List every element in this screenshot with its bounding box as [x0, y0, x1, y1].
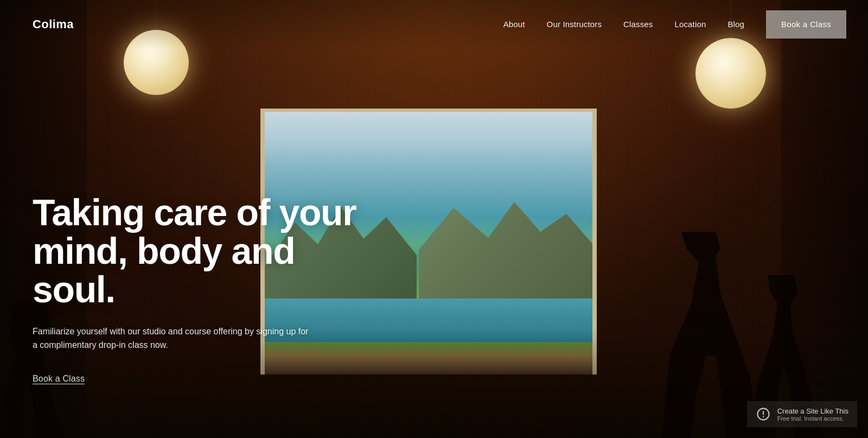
mountain-right [419, 190, 592, 309]
book-class-cta[interactable]: Book a Class [33, 374, 85, 383]
squarespace-badge[interactable]: Create a Site Like This Free trial. Inst… [747, 401, 857, 427]
site-logo[interactable]: Colima [33, 17, 74, 31]
navbar: Colima About Our Instructors Classes Loc… [0, 0, 868, 48]
nav-about[interactable]: About [503, 20, 525, 29]
hero-title: Taking care of your mind, body and soul. [33, 193, 385, 309]
squarespace-icon [756, 407, 771, 422]
hero-content: Taking care of your mind, body and soul.… [33, 193, 385, 384]
nav-links: About Our Instructors Classes Location B… [503, 10, 846, 39]
hero-subtitle: Familiarize yourself with our studio and… [33, 325, 315, 352]
nav-blog[interactable]: Blog [727, 20, 744, 29]
badge-text: Create a Site Like This Free trial. Inst… [777, 407, 848, 422]
badge-title: Create a Site Like This [777, 407, 848, 415]
hero-section: Colima About Our Instructors Classes Loc… [0, 0, 868, 438]
hanging-light-right [695, 38, 766, 109]
nav-classes[interactable]: Classes [623, 20, 653, 29]
nav-instructors[interactable]: Our Instructors [547, 20, 602, 29]
nav-location[interactable]: Location [674, 20, 706, 29]
badge-subtitle: Free trial. Instant access. [777, 415, 848, 422]
book-class-button-nav[interactable]: Book a Class [766, 10, 846, 39]
